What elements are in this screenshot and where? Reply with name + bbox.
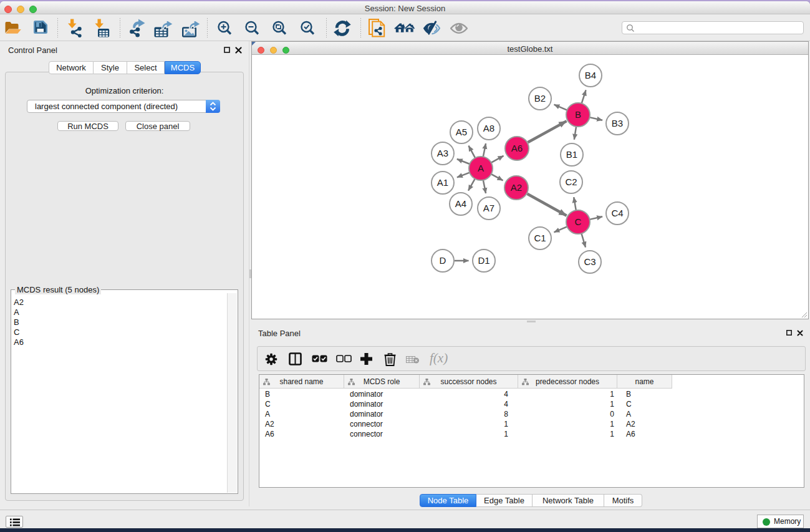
svg-text:C1: C1 (534, 233, 546, 243)
svg-text:A6: A6 (511, 143, 523, 153)
svg-text:A3: A3 (437, 148, 448, 158)
svg-text:D1: D1 (478, 255, 489, 266)
svg-text:A4: A4 (455, 198, 466, 209)
svg-text:C3: C3 (584, 256, 595, 267)
svg-text:B1: B1 (566, 149, 577, 160)
svg-text:C2: C2 (565, 177, 577, 187)
svg-text:A2: A2 (511, 182, 522, 193)
svg-text:A: A (478, 163, 484, 173)
svg-text:A5: A5 (456, 127, 467, 137)
svg-text:D: D (440, 255, 446, 266)
svg-text:B2: B2 (534, 93, 546, 104)
svg-text:B3: B3 (612, 118, 623, 128)
svg-text:C: C (575, 216, 582, 227)
svg-text:B: B (575, 109, 581, 120)
svg-text:A8: A8 (483, 123, 494, 133)
svg-text:B4: B4 (585, 70, 596, 80)
svg-text:A1: A1 (437, 177, 448, 188)
svg-text:C4: C4 (611, 208, 623, 218)
svg-text:A7: A7 (483, 203, 494, 213)
